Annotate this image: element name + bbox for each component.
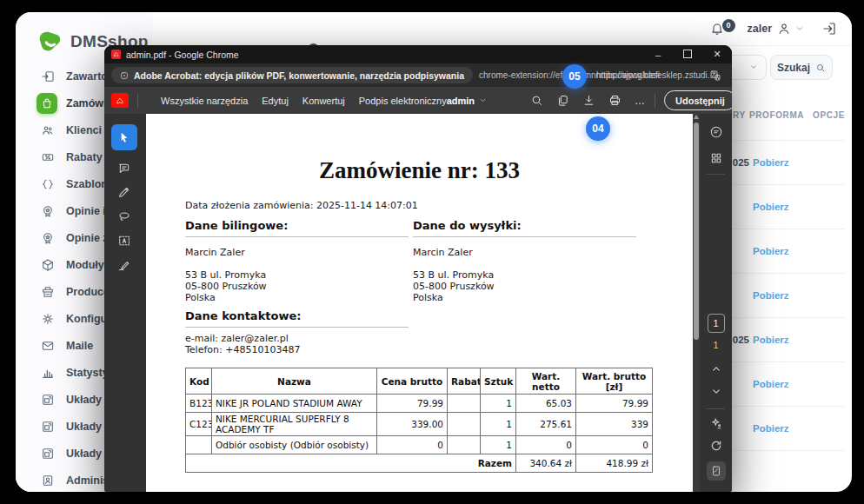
download-icon[interactable] <box>582 94 595 107</box>
maximize-button[interactable] <box>673 50 702 60</box>
ai-assistant-icon[interactable] <box>709 416 723 430</box>
search-button[interactable]: Szukaj <box>770 55 833 80</box>
billing-street: 53 B ul. Promyka <box>185 269 266 281</box>
user-icon[interactable] <box>777 22 791 36</box>
divider <box>707 174 725 175</box>
discount-icon <box>40 149 55 164</box>
divider <box>185 327 409 328</box>
contact-email: e-mail: zaler@zaler.pl <box>185 333 289 344</box>
billing-city: 05-800 Pruszków <box>185 281 267 292</box>
pdf-page: Zamówienie nr: 133 Data złożenia zamówie… <box>146 114 693 492</box>
comment-tool-icon[interactable] <box>111 156 137 180</box>
close-button[interactable]: ✕ <box>702 49 732 60</box>
shipping-country: Polska <box>413 292 443 303</box>
column-header-faktury: RY <box>733 110 746 120</box>
order-items-table: Kod Nazwa Cena brutto Rabat Sztuk Wart. … <box>185 368 653 473</box>
total-row: Razem 340.64 zł 418.99 zł <box>186 454 653 473</box>
screen: DMSshop Zawartość Zamówienia Klienci Rab… <box>0 0 864 504</box>
download-link[interactable]: Pobierz <box>753 379 789 389</box>
extension-tab[interactable]: Adobe Acrobat: edycja plików PDF, konwer… <box>111 67 473 83</box>
share-button[interactable]: Udostępnij <box>664 90 732 110</box>
order-date: Data złożenia zamówienia: 2025-11-14 14:… <box>185 200 418 211</box>
acrobat-extension-icon <box>120 71 129 80</box>
current-page-box[interactable]: 1 <box>708 314 725 333</box>
rotate-page-icon[interactable] <box>709 439 723 453</box>
logout-icon[interactable] <box>821 21 837 36</box>
previous-page-icon[interactable] <box>710 363 721 375</box>
delete-icon[interactable] <box>799 202 810 213</box>
chrome-addressbar: Adobe Acrobat: edycja plików PDF, konwer… <box>104 63 732 87</box>
content-icon <box>40 69 55 83</box>
text-box-tool-icon[interactable] <box>111 229 137 253</box>
right-tool-strip: 1 1 <box>700 114 732 492</box>
scrollbar-thumb[interactable] <box>694 123 699 340</box>
edit-icon[interactable] <box>819 201 831 213</box>
item-row: C123 NIKE MERCURIAL SUPERFLY 8 ACADEMY T… <box>186 413 653 436</box>
admin-icon <box>40 473 55 487</box>
chrome-titlebar[interactable]: admin.pdf - Google Chrome – ✕ <box>104 45 732 63</box>
signature-tool-icon[interactable] <box>111 253 137 277</box>
download-link[interactable]: Pobierz <box>753 202 789 212</box>
select-tool[interactable] <box>111 124 137 150</box>
download-link[interactable]: Pobierz <box>753 246 789 256</box>
download-link[interactable]: Pobierz <box>753 157 789 168</box>
edit-icon[interactable] <box>819 334 831 346</box>
document-name-dropdown[interactable]: admin <box>447 96 487 106</box>
chevron-down-icon[interactable] <box>795 24 804 33</box>
divider <box>707 408 725 409</box>
notification-badge: 0 <box>722 19 735 32</box>
producer-icon <box>40 284 55 299</box>
order-title: Zamówienie nr: 133 <box>146 157 693 184</box>
reviews-icon <box>40 230 55 245</box>
divider <box>655 94 655 108</box>
scroll-up-icon[interactable] <box>694 115 699 119</box>
orders-bag-icon <box>37 93 57 114</box>
delete-icon[interactable] <box>799 157 810 169</box>
search-icon[interactable] <box>530 94 543 107</box>
username[interactable]: zaler <box>748 23 773 35</box>
delete-icon[interactable] <box>799 379 810 390</box>
window-controls: – ✕ <box>643 45 732 63</box>
delete-icon[interactable] <box>799 423 810 434</box>
scrollbar[interactable] <box>693 114 700 492</box>
delete-icon[interactable] <box>799 290 810 302</box>
lasso-tool-icon[interactable] <box>111 204 137 229</box>
menu-convert[interactable]: Konwertuj <box>302 96 345 106</box>
url-site[interactable]: https://www.basesklep.zstudi... <box>596 70 714 80</box>
divider <box>413 236 636 237</box>
edit-icon[interactable] <box>819 156 831 169</box>
pdf-file-icon <box>111 50 121 59</box>
step-badge-4: 04 <box>586 116 610 141</box>
menu-all-tools[interactable]: Wszystkie narzędzia <box>161 96 248 106</box>
page-thumbnails-icon[interactable] <box>709 151 723 165</box>
maximize-icon <box>683 50 692 58</box>
back-button[interactable] <box>169 22 183 36</box>
comments-panel-icon[interactable] <box>709 125 723 139</box>
pages-icon[interactable] <box>556 94 569 107</box>
edit-icon[interactable] <box>819 422 831 434</box>
download-link[interactable]: Pobierz <box>753 335 789 345</box>
item-row: Odbiór osobisty (Odbiór osobisty) 0 1 0 … <box>186 436 653 454</box>
edit-icon[interactable] <box>819 289 831 302</box>
draw-tool-icon[interactable] <box>111 180 137 204</box>
left-tool-strip <box>111 124 139 277</box>
delete-icon[interactable] <box>799 246 810 257</box>
edit-icon[interactable] <box>819 245 831 257</box>
print-icon[interactable] <box>608 94 621 107</box>
download-link[interactable]: Pobierz <box>753 423 789 434</box>
topbar: 0 zaler <box>152 12 852 46</box>
next-page-icon[interactable] <box>710 386 721 397</box>
download-link[interactable]: Pobierz <box>753 290 789 301</box>
delete-icon[interactable] <box>799 335 810 346</box>
page-view-icon[interactable] <box>707 461 726 481</box>
clients-icon <box>40 123 55 137</box>
acrobat-logo-icon[interactable] <box>111 93 129 108</box>
edit-icon[interactable] <box>819 378 831 390</box>
minimize-button[interactable]: – <box>643 50 673 60</box>
menu-esign[interactable]: Podpis elektroniczny <box>359 96 447 106</box>
menu-edit[interactable]: Edytuj <box>262 96 289 106</box>
translate-icon[interactable] <box>709 70 721 82</box>
modules-icon <box>40 257 55 272</box>
more-options-icon[interactable]: … <box>635 95 646 107</box>
divider <box>137 94 138 108</box>
